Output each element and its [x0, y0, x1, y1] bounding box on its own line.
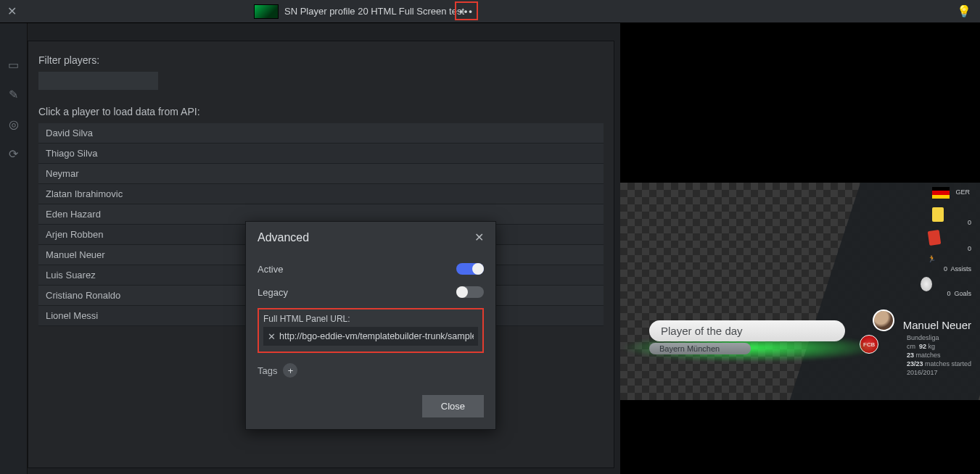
- legacy-label: Legacy: [258, 287, 288, 298]
- folder-icon[interactable]: ▭: [8, 58, 19, 72]
- close-tab-icon[interactable]: ✕: [0, 4, 23, 18]
- preview-stage: GER 0 0 🏃 0 Assists 0 Goals Manuel Neuer…: [620, 183, 980, 400]
- tab-title: SN Player profile 20 HTML Full Screen te…: [284, 6, 464, 17]
- preview-pane: GER 0 0 🏃 0 Assists 0 Goals Manuel Neuer…: [620, 23, 980, 474]
- ball-icon: [921, 277, 932, 291]
- player-meta: Bundesliga cm 92 kg 23 matches 23/23 mat…: [907, 333, 971, 377]
- yellow-card-count: 0: [968, 219, 971, 226]
- goals-line: 0 Goals: [947, 290, 971, 297]
- close-button[interactable]: Close: [422, 395, 484, 417]
- url-label: Full HTML Panel URL:: [263, 314, 478, 324]
- active-label: Active: [258, 264, 283, 275]
- list-item[interactable]: Zlatan Ibrahimovic: [38, 184, 604, 204]
- api-instruction-label: Click a player to load data from API:: [38, 106, 604, 117]
- url-highlight-box: Full HTML Panel URL: ✕: [258, 308, 484, 353]
- modal-close-icon[interactable]: ✕: [474, 230, 484, 244]
- add-tag-button[interactable]: +: [283, 363, 297, 378]
- yellow-card-icon: [932, 207, 944, 222]
- active-tab[interactable]: SN Player profile 20 HTML Full Screen te…: [254, 0, 464, 22]
- filter-input[interactable]: [38, 72, 158, 90]
- lower-third-subtitle: Bayern München: [649, 343, 751, 354]
- tab-thumbnail: [254, 4, 279, 19]
- url-input[interactable]: [279, 331, 478, 341]
- filter-label: Filter players:: [38, 54, 99, 66]
- flag-icon: [932, 187, 950, 199]
- lower-third: Player of the day Bayern München: [649, 320, 845, 354]
- list-item[interactable]: David Silva: [38, 123, 604, 144]
- country-code: GER: [955, 188, 970, 196]
- legacy-toggle[interactable]: [456, 286, 484, 298]
- hint-bulb-icon[interactable]: 💡: [957, 4, 971, 18]
- top-tab-bar: ✕ SN Player profile 20 HTML Full Screen …: [0, 0, 980, 23]
- player-info-overlay: GER 0 0 🏃 0 Assists 0 Goals Manuel Neuer…: [849, 183, 980, 400]
- list-item[interactable]: Thiago Silva: [38, 144, 604, 164]
- red-card-count: 0: [968, 245, 971, 252]
- assist-icon: 🏃: [928, 255, 939, 268]
- player-name: Manuel Neuer: [903, 319, 971, 331]
- list-item[interactable]: Neymar: [38, 164, 604, 184]
- visibility-icon[interactable]: ◎: [9, 117, 19, 131]
- edit-icon[interactable]: ✎: [9, 88, 18, 101]
- red-card-icon: [928, 230, 942, 246]
- advanced-modal: Advanced ✕ Active Legacy Full HTML Panel…: [245, 221, 496, 430]
- lower-third-title: Player of the day: [649, 320, 845, 341]
- modal-title: Advanced: [258, 231, 309, 244]
- tags-label: Tags: [258, 365, 277, 376]
- tab-more-button[interactable]: •••: [455, 1, 478, 20]
- left-icon-rail: ▭ ✎ ◎ ⟳: [0, 23, 28, 474]
- active-toggle[interactable]: [456, 263, 484, 275]
- clear-url-icon[interactable]: ✕: [263, 331, 279, 342]
- refresh-icon[interactable]: ⟳: [9, 147, 18, 161]
- assists-line: 0 Assists: [944, 265, 971, 273]
